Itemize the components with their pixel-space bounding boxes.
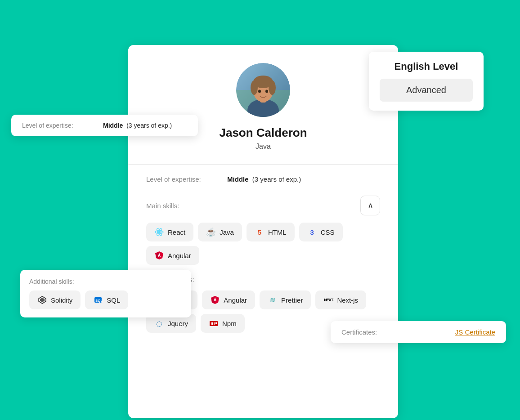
english-level-panel: English Level Advanced xyxy=(369,52,484,111)
english-level-badge: Advanced xyxy=(380,79,473,102)
expertise-row: Level of expertise: Middle (3 years of e… xyxy=(146,175,380,183)
chevron-up-icon: ∧ xyxy=(368,201,373,210)
float-additional-panel: Additional skills: Solidity SQL SQL xyxy=(20,270,191,317)
angular2-icon xyxy=(210,295,220,305)
css-icon: 3 xyxy=(307,227,317,237)
float-additional-skills: Solidity SQL SQL xyxy=(29,290,182,309)
java-icon: ☕ xyxy=(206,227,216,237)
svg-rect-25 xyxy=(214,322,215,325)
expertise-years: (3 years of exp.) xyxy=(252,175,301,183)
svg-text:SQL: SQL xyxy=(95,299,103,303)
svg-point-10 xyxy=(265,90,268,93)
person-title: Java xyxy=(256,143,271,151)
npm-icon xyxy=(209,318,219,328)
skill-chip-nextjs: NEXT. Next-js xyxy=(315,290,366,309)
skill-chip-css: 3 CSS xyxy=(299,223,343,241)
cert-label: Certificates: xyxy=(341,328,377,336)
html-icon: 5 xyxy=(255,227,264,237)
main-profile-card: Jason Calderon Java Level of expertise: … xyxy=(128,45,398,418)
float-cert-panel: Certificates: JS Certificate xyxy=(331,321,506,343)
angular-icon xyxy=(154,250,164,260)
expertise-label: Level of expertise: xyxy=(146,175,227,183)
svg-marker-28 xyxy=(40,298,45,302)
float-skill-label-sql: SQL xyxy=(107,296,120,304)
float-additional-title: Additional skills: xyxy=(29,278,182,285)
svg-point-11 xyxy=(158,231,161,233)
main-skills-grid: React ☕ Java 5 HTML 3 CSS Angular xyxy=(146,223,380,265)
english-title: English Level xyxy=(380,61,473,72)
jquery-icon: ◌ xyxy=(154,318,164,328)
skill-label-react: React xyxy=(168,228,185,236)
float-solidity-icon xyxy=(37,295,47,305)
float-expertise-label: Level of expertise: xyxy=(22,122,103,129)
float-expertise-level: Middle xyxy=(103,122,123,129)
float-expertise-panel: Level of expertise: Middle (3 years of e… xyxy=(11,115,198,136)
sql-icon: SQL xyxy=(93,295,103,305)
main-skills-label: Main skills: xyxy=(146,202,179,210)
avatar xyxy=(236,63,290,117)
prettier-icon: ≋ xyxy=(268,295,278,305)
skill-chip-html: 5 HTML xyxy=(247,223,295,241)
skill-chip-npm: Npm xyxy=(201,314,245,333)
cert-link[interactable]: JS Certificate xyxy=(455,328,495,336)
person-name: Jason Calderon xyxy=(219,126,307,140)
collapse-button[interactable]: ∧ xyxy=(360,196,380,215)
skill-chip-prettier: ≋ Prettier xyxy=(260,290,311,309)
svg-rect-24 xyxy=(211,322,213,325)
skill-label-prettier: Prettier xyxy=(281,296,303,304)
float-expertise-detail: (3 years of exp.) xyxy=(126,122,172,129)
skill-label-angular: Angular xyxy=(168,252,191,259)
card-header: Jason Calderon Java xyxy=(128,45,398,164)
expertise-value: Middle (3 years of exp.) xyxy=(227,175,301,183)
skill-label-java: Java xyxy=(220,228,234,236)
float-skill-label-solidity: Solidity xyxy=(51,296,72,304)
nextjs-icon: NEXT. xyxy=(323,295,333,305)
cert-row: Certificates: JS Certificate xyxy=(341,328,495,336)
float-expertise-value: Middle (3 years of exp.) xyxy=(103,122,172,129)
float-expertise-row: Level of expertise: Middle (3 years of e… xyxy=(22,122,187,129)
divider xyxy=(128,164,398,165)
expertise-level: Middle xyxy=(227,175,249,183)
float-skill-solidity: Solidity xyxy=(29,290,81,309)
skill-label-html: HTML xyxy=(268,228,287,236)
skill-chip-react: React xyxy=(146,223,193,241)
react-icon xyxy=(154,227,164,237)
skill-label-jquery: Jquery xyxy=(168,320,188,327)
skill-label-nextjs: Next-js xyxy=(337,296,358,304)
float-skill-sql: SQL SQL xyxy=(85,290,128,309)
skill-chip-java: ☕ Java xyxy=(198,223,242,241)
svg-point-8 xyxy=(269,80,276,95)
svg-point-7 xyxy=(251,80,258,95)
skill-label-npm: Npm xyxy=(222,320,237,327)
skill-label-css: CSS xyxy=(321,228,335,236)
skill-label-angular2: Angular xyxy=(224,296,247,304)
svg-point-9 xyxy=(258,90,261,93)
skill-chip-angular2: Angular xyxy=(202,290,255,309)
skill-chip-angular: Angular xyxy=(146,246,199,265)
svg-rect-26 xyxy=(215,322,217,324)
main-skills-header: Main skills: ∧ xyxy=(146,196,380,215)
